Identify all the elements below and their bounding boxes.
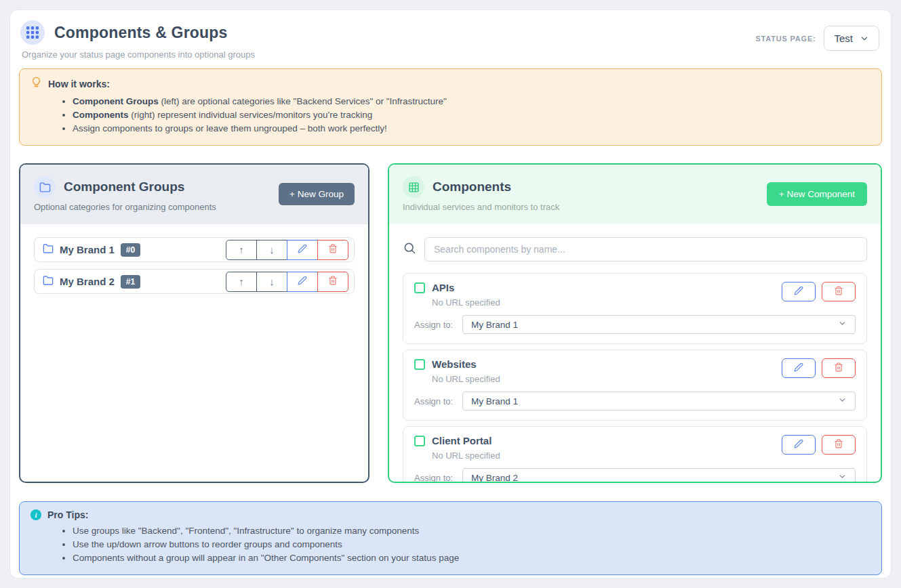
component-checkbox[interactable] bbox=[414, 282, 425, 293]
assign-to-label: Assign to: bbox=[414, 473, 453, 482]
status-page-picker: STATUS PAGE: Test bbox=[755, 26, 879, 51]
groups-panel-header: Component Groups Optional categories for… bbox=[20, 165, 368, 224]
delete-group-button[interactable] bbox=[317, 272, 348, 292]
pro-tips-title: Pro Tips: bbox=[47, 509, 88, 520]
how-it-works-item: Components (right) represent individual … bbox=[73, 110, 870, 120]
group-name: My Brand 1 bbox=[60, 244, 115, 255]
component-card: Client Portal No URL specified bbox=[403, 426, 867, 482]
group-order-badge: #0 bbox=[121, 243, 140, 257]
trash-icon bbox=[328, 244, 338, 255]
assigned-group-value: My Brand 1 bbox=[471, 396, 518, 406]
status-page-label: STATUS PAGE: bbox=[755, 35, 816, 43]
folder-icon bbox=[34, 176, 56, 198]
assign-to-label: Assign to: bbox=[414, 320, 453, 330]
component-name: APIs bbox=[432, 282, 454, 293]
trash-icon bbox=[328, 276, 338, 287]
component-url-note: No URL specified bbox=[432, 450, 500, 461]
status-page-value: Test bbox=[834, 33, 853, 44]
delete-component-button[interactable] bbox=[822, 358, 856, 378]
component-groups-panel: Component Groups Optional categories for… bbox=[19, 163, 369, 483]
move-down-button[interactable]: ↓ bbox=[256, 240, 287, 260]
component-name: Client Portal bbox=[432, 435, 492, 446]
assign-group-select[interactable]: My Brand 1 bbox=[462, 392, 856, 411]
delete-component-button[interactable] bbox=[822, 282, 856, 301]
chevron-down-icon bbox=[838, 396, 847, 406]
edit-group-button[interactable] bbox=[287, 240, 318, 260]
how-it-works-item: Assign components to groups or leave the… bbox=[73, 123, 870, 133]
group-order-badge: #1 bbox=[121, 275, 140, 289]
component-url-note: No URL specified bbox=[432, 374, 500, 384]
pro-tips-item: Use groups like "Backend", "Frontend", "… bbox=[73, 526, 870, 536]
how-it-works-item: Component Groups (left) are optional cat… bbox=[73, 96, 870, 106]
delete-group-button[interactable] bbox=[317, 240, 348, 260]
groups-panel-title: Component Groups bbox=[64, 180, 184, 194]
pro-tips-list: Use groups like "Backend", "Frontend", "… bbox=[73, 526, 870, 563]
chevron-down-icon bbox=[838, 319, 847, 330]
info-icon: i bbox=[31, 509, 41, 520]
components-list: APIs No URL specified bbox=[389, 224, 881, 482]
grid-dots-icon bbox=[20, 20, 45, 45]
assign-group-select[interactable]: My Brand 2 bbox=[462, 468, 856, 482]
assigned-group-value: My Brand 1 bbox=[471, 320, 518, 330]
pencil-icon bbox=[794, 362, 803, 374]
new-component-button[interactable]: + New Component bbox=[767, 182, 867, 206]
page-title: Components & Groups bbox=[54, 24, 228, 42]
group-row: My Brand 1 #0 ↑ ↓ bbox=[34, 237, 355, 262]
pro-tips-box: i Pro Tips: Use groups like "Backend", "… bbox=[19, 501, 882, 575]
chevron-down-icon bbox=[860, 34, 869, 43]
folder-icon bbox=[43, 275, 54, 289]
components-panel-header: Components Individual services and monit… bbox=[389, 165, 881, 224]
edit-component-button[interactable] bbox=[782, 282, 816, 301]
page-header-left: Components & Groups Organize your status… bbox=[20, 20, 255, 60]
groups-list: My Brand 1 #0 ↑ ↓ bbox=[20, 224, 368, 482]
page-header: Components & Groups Organize your status… bbox=[19, 19, 882, 60]
main-card: Components & Groups Organize your status… bbox=[9, 9, 892, 579]
pro-tips-item: Use the up/down arrow buttons to reorder… bbox=[73, 539, 870, 549]
table-grid-icon bbox=[403, 176, 424, 198]
move-up-button[interactable]: ↑ bbox=[226, 272, 257, 292]
how-it-works-list: Component Groups (left) are optional cat… bbox=[73, 96, 870, 133]
status-page-select[interactable]: Test bbox=[824, 26, 879, 51]
search-input[interactable] bbox=[424, 237, 867, 261]
component-checkbox[interactable] bbox=[414, 436, 425, 446]
trash-icon bbox=[834, 286, 843, 297]
components-panel-title: Components bbox=[433, 180, 511, 194]
move-down-button[interactable]: ↓ bbox=[256, 272, 287, 292]
components-panel-subtitle: Individual services and monitors to trac… bbox=[403, 202, 559, 212]
chevron-down-icon bbox=[838, 472, 847, 482]
pencil-icon bbox=[794, 439, 803, 450]
assign-to-label: Assign to: bbox=[414, 396, 453, 406]
component-checkbox[interactable] bbox=[414, 359, 425, 370]
pencil-icon bbox=[794, 286, 803, 297]
groups-panel-subtitle: Optional categories for organizing compo… bbox=[34, 202, 216, 212]
assign-group-select[interactable]: My Brand 1 bbox=[462, 315, 856, 334]
components-panel: Components Individual services and monit… bbox=[388, 163, 882, 483]
component-card: APIs No URL specified bbox=[403, 273, 867, 344]
group-row: My Brand 2 #1 ↑ ↓ bbox=[34, 269, 355, 294]
pencil-icon bbox=[298, 276, 307, 287]
component-card: Websites No URL specified bbox=[403, 350, 867, 421]
edit-component-button[interactable] bbox=[782, 358, 816, 378]
trash-icon bbox=[834, 439, 843, 450]
trash-icon bbox=[834, 362, 843, 374]
pencil-icon bbox=[298, 244, 307, 255]
new-group-button[interactable]: + New Group bbox=[279, 183, 355, 205]
component-name: Websites bbox=[432, 358, 477, 370]
how-it-works-title: How it works: bbox=[48, 79, 110, 89]
edit-component-button[interactable] bbox=[782, 435, 816, 455]
pro-tips-item: Components without a group will appear i… bbox=[73, 553, 870, 563]
folder-icon bbox=[43, 243, 54, 257]
search-icon bbox=[403, 241, 416, 257]
group-name: My Brand 2 bbox=[60, 276, 115, 287]
how-it-works-box: How it works: Component Groups (left) ar… bbox=[19, 68, 882, 146]
component-url-note: No URL specified bbox=[432, 297, 500, 308]
lightbulb-icon bbox=[31, 77, 42, 91]
assigned-group-value: My Brand 2 bbox=[471, 473, 518, 482]
edit-group-button[interactable] bbox=[287, 272, 318, 292]
page-subtitle: Organize your status page components int… bbox=[22, 49, 255, 60]
move-up-button[interactable]: ↑ bbox=[226, 240, 257, 260]
delete-component-button[interactable] bbox=[822, 435, 856, 455]
